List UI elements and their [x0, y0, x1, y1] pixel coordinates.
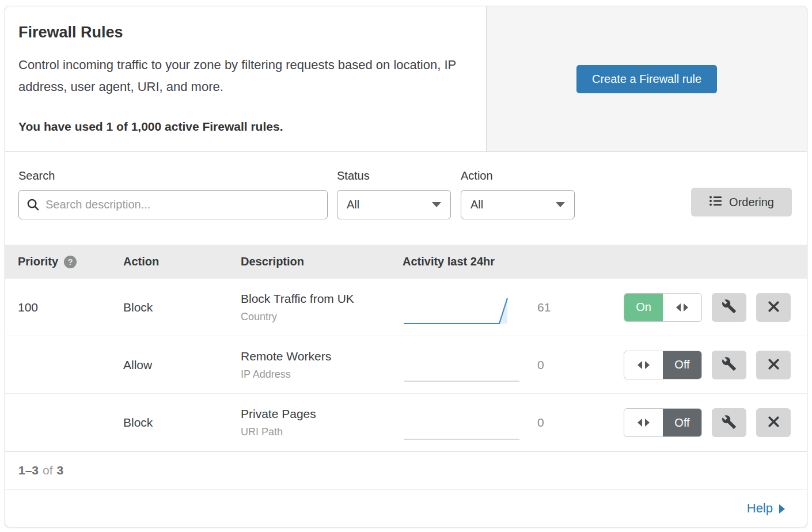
toggle-state-segment[interactable]: Off — [663, 351, 701, 379]
table-row: 100 Block Block Traffic from UK Country … — [5, 279, 807, 336]
pagination-range: 1–3 — [18, 463, 39, 477]
usage-note: You have used 1 of 1,000 active Firewall… — [18, 120, 463, 134]
close-icon — [767, 299, 781, 316]
arrow-right-icon — [779, 504, 785, 514]
enable-toggle[interactable]: On — [624, 293, 702, 322]
page-title: Firewall Rules — [18, 24, 463, 41]
header-section: Firewall Rules Control incoming traffic … — [5, 6, 807, 152]
edit-rule-button[interactable] — [712, 293, 746, 322]
action-select[interactable]: All — [461, 190, 575, 219]
enable-toggle[interactable]: Off — [624, 351, 702, 379]
search-icon — [26, 198, 40, 211]
rule-type: URI Path — [241, 426, 403, 438]
table-row: Allow Remote Workers IP Address 0 Off — [5, 336, 807, 394]
header-action-area: Create a Firewall rule — [486, 6, 807, 151]
ordering-list-icon — [709, 195, 722, 210]
chevron-down-icon — [556, 202, 565, 207]
table-header-row: Priority ? Action Description Activity l… — [5, 245, 807, 279]
wrench-icon — [722, 356, 737, 373]
activity-count: 61 — [523, 301, 575, 314]
priority-help-icon[interactable]: ? — [64, 256, 77, 268]
rule-description: Remote Workers — [241, 349, 403, 363]
activity-count: 0 — [523, 358, 575, 372]
ordering-button[interactable]: Ordering — [691, 188, 792, 216]
page-description: Control incoming traffic to your zone by… — [18, 54, 465, 98]
delete-rule-button[interactable] — [756, 293, 791, 322]
rule-action: Block — [123, 301, 241, 314]
table-row: Block Private Pages URI Path 0 Off — [5, 394, 807, 451]
rule-description: Block Traffic from UK — [241, 292, 403, 306]
chevron-down-icon — [432, 202, 441, 207]
create-firewall-rule-button[interactable]: Create a Firewall rule — [576, 65, 717, 93]
column-description: Description — [241, 255, 403, 268]
rule-action: Block — [123, 416, 241, 430]
header-text-block: Firewall Rules Control incoming traffic … — [5, 6, 486, 151]
rule-type: IP Address — [241, 368, 403, 381]
column-action: Action — [123, 255, 241, 268]
edit-rule-button[interactable] — [712, 351, 746, 379]
search-input[interactable] — [18, 190, 328, 219]
status-label: Status — [337, 169, 461, 183]
pagination-bar: 1–3 of 3 — [5, 451, 807, 489]
pagination-total: 3 — [57, 463, 64, 477]
activity-count: 0 — [523, 416, 575, 430]
action-selected-value: All — [470, 198, 483, 211]
ordering-button-label: Ordering — [729, 196, 774, 209]
rule-type: Country — [241, 311, 403, 323]
rule-description-cell: Block Traffic from UK Country — [241, 292, 403, 323]
rule-description: Private Pages — [241, 407, 403, 421]
toggle-arrows-icon[interactable] — [663, 294, 701, 321]
pagination-of: of — [43, 463, 53, 477]
table-body: 100 Block Block Traffic from UK Country … — [5, 279, 807, 451]
activity-sparkline — [403, 403, 523, 443]
help-link[interactable]: Help — [747, 501, 785, 516]
status-select[interactable]: All — [337, 190, 451, 219]
toggle-state-segment[interactable]: Off — [663, 409, 701, 436]
firewall-rules-card: Firewall Rules Control incoming traffic … — [5, 6, 807, 527]
rule-priority: 100 — [5, 301, 123, 314]
edit-rule-button[interactable] — [712, 408, 746, 437]
enable-toggle[interactable]: Off — [624, 408, 702, 437]
rule-description-cell: Remote Workers IP Address — [241, 349, 403, 381]
filter-bar: Search Status All Action All — [5, 152, 807, 245]
help-link-label: Help — [747, 501, 773, 516]
toggle-arrows-icon[interactable] — [624, 409, 663, 436]
wrench-icon — [722, 299, 737, 316]
action-label: Action — [461, 169, 585, 183]
toggle-state-segment[interactable]: On — [624, 294, 663, 321]
activity-sparkline — [403, 345, 523, 385]
toggle-arrows-icon[interactable] — [624, 351, 663, 379]
search-label: Search — [18, 169, 337, 183]
close-icon — [767, 357, 781, 373]
delete-rule-button[interactable] — [756, 351, 791, 379]
help-bar: Help — [5, 489, 807, 527]
rule-description-cell: Private Pages URI Path — [241, 407, 403, 438]
close-icon — [767, 415, 781, 431]
column-activity: Activity last 24hr — [403, 255, 523, 268]
column-priority: Priority — [18, 255, 58, 268]
status-selected-value: All — [347, 198, 359, 211]
activity-sparkline — [403, 287, 523, 327]
wrench-icon — [722, 415, 737, 431]
rule-action: Allow — [123, 358, 241, 372]
delete-rule-button[interactable] — [756, 408, 791, 437]
